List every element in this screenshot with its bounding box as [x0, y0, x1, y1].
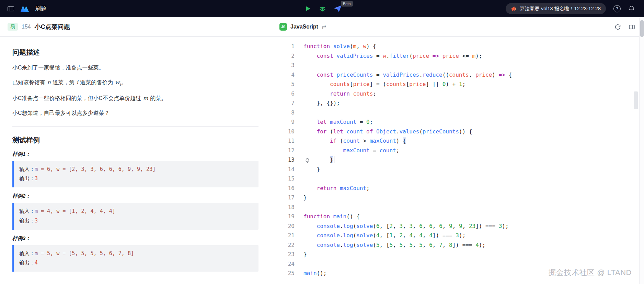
debug-button[interactable] [319, 5, 326, 12]
megaphone-icon [511, 6, 517, 12]
help-icon: ? [613, 5, 621, 12]
code-line-content: } [295, 165, 644, 174]
code-line-content: function main() { [295, 212, 644, 221]
code-line[interactable]: 21 console.log(solve(4, [1, 2, 4, 4, 4])… [271, 231, 644, 240]
app-title: 刷题 [35, 5, 46, 12]
sample-input-row: 输入：m = 5, w = [5, 5, 5, 5, 6, 7, 8] [19, 249, 253, 259]
line-number: 24 [271, 259, 295, 269]
split-layout-icon [629, 24, 635, 30]
line-number: 9 [271, 117, 295, 127]
layout-button[interactable] [629, 24, 635, 30]
sample-input-row: 输入：m = 4, w = [1, 2, 4, 4, 4] [19, 207, 253, 216]
line-number: 15 [271, 174, 295, 184]
run-button[interactable] [304, 5, 311, 12]
code-line-content: }, {}); [295, 98, 644, 108]
line-number: 19 [271, 212, 295, 221]
code-line[interactable]: 11 if (count > maxCount) { [271, 136, 644, 146]
code-line[interactable]: 5 counts[price] = (counts[price] || 0) +… [271, 79, 644, 89]
code-line[interactable]: 9 let maxCount = 0; [271, 117, 644, 127]
code-line-content [295, 203, 644, 212]
code-line-content [295, 174, 644, 184]
line-number: 12 [271, 146, 295, 155]
code-line-content: } [295, 155, 644, 165]
sample-block: 输入：m = 6, w = [2, 3, 3, 6, 6, 6, 9, 9, 2… [12, 161, 258, 188]
code-editor[interactable]: 1function solve(m, w) {2 const validPric… [271, 37, 644, 278]
reset-code-button[interactable] [614, 24, 621, 30]
code-line[interactable]: 4 const priceCounts = validPrices.reduce… [271, 70, 644, 80]
difficulty-badge: 易 [8, 23, 18, 31]
watermark: 掘金技术社区 @ LTAND [549, 267, 632, 278]
code-line[interactable]: 15 [271, 174, 644, 184]
math-var: m [143, 95, 149, 101]
code-line[interactable]: 23} [271, 250, 644, 259]
code-line[interactable]: 13 } [271, 155, 644, 165]
play-icon [304, 5, 311, 12]
code-line[interactable]: 2 const validPrices = w.filter(price => … [271, 51, 644, 61]
section-divider [12, 126, 258, 127]
sample-output-row: 输出：3 [19, 216, 253, 226]
line-number: 2 [271, 51, 295, 61]
language-label: JavaScript [290, 24, 318, 30]
javascript-icon: JS [279, 23, 287, 31]
notifications-button[interactable] [628, 5, 635, 12]
code-line-content: } [295, 193, 644, 203]
code-line[interactable]: 19function main() { [271, 212, 644, 221]
code-line[interactable]: 18 [271, 203, 644, 212]
code-line[interactable]: 8 [271, 108, 644, 118]
problem-id: 154 [22, 24, 31, 30]
sample-output-row: 输出：4 [19, 258, 253, 268]
code-line[interactable]: 1function solve(m, w) { [271, 42, 644, 51]
code-line[interactable]: 7 }, {}); [271, 98, 644, 108]
code-line-content: console.log(solve(6, [2, 3, 3, 6, 6, 6, … [295, 221, 644, 231]
topbar: 刷题 [0, 0, 644, 17]
code-line[interactable]: 24 [271, 259, 644, 269]
code-lines: 1function solve(m, w) {2 const validPric… [271, 42, 644, 278]
description-heading: 问题描述 [12, 48, 258, 57]
code-line[interactable]: 14 } [271, 165, 644, 174]
page-scrollbar-thumb[interactable] [640, 20, 644, 37]
problem-paragraph: 已知该餐馆有 n 道菜，第 i 道菜的售价为 wi。 [12, 78, 258, 88]
problem-paragraph: 小C想知道，自己最多可以点多少道菜？ [12, 109, 258, 118]
math-var: n [47, 79, 51, 86]
contest-banner-text: 算法竞赛 vol13 报名啦！12.23-12.28 [520, 6, 601, 12]
sample-output-value: 4 [35, 260, 38, 266]
code-line-content: console.log(solve(4, [1, 2, 4, 4, 4]) ==… [295, 231, 644, 240]
code-line[interactable]: 10 for (let count of Object.values(price… [271, 127, 644, 136]
sample-input-value: m = 5, w = [5, 5, 5, 5, 6, 7, 8] [35, 250, 134, 256]
sidebar-toggle-button[interactable] [8, 6, 14, 11]
sample-output-label: 输出： [19, 218, 35, 224]
code-line-content: const priceCounts = validPrices.reduce((… [295, 70, 644, 80]
code-line[interactable]: 6 return counts; [271, 89, 644, 99]
app-logo-icon[interactable] [20, 4, 30, 13]
sample-input-label: 输入： [19, 208, 35, 214]
line-number: 21 [271, 231, 295, 240]
code-line-content [295, 61, 644, 70]
problem-panel: 易 154 小C点菜问题 问题描述 小C来到了一家餐馆，准备点一些菜。已知该餐馆… [0, 17, 271, 284]
sample-label: 样例1： [12, 151, 258, 157]
code-line[interactable]: 17} [271, 193, 644, 203]
code-line[interactable]: 20 console.log(solve(6, [2, 3, 3, 6, 6, … [271, 221, 644, 231]
contest-banner[interactable]: 算法竞赛 vol13 报名啦！12.23-12.28 [506, 3, 606, 14]
line-number: 20 [271, 221, 295, 231]
sample-label: 样例2： [12, 193, 258, 199]
line-number: 10 [271, 127, 295, 136]
code-line-content: function solve(m, w) { [295, 42, 644, 51]
language-switch-icon[interactable]: ⇄ [322, 24, 326, 30]
code-line-content: let maxCount = 0; [295, 117, 644, 127]
page-scrollbar[interactable] [639, 17, 644, 284]
sample-output-label: 输出： [19, 175, 35, 182]
editor-scrollbar[interactable] [634, 91, 638, 109]
samples: 样例1：输入：m = 6, w = [2, 3, 3, 6, 6, 6, 9, … [12, 151, 258, 272]
line-number: 22 [271, 240, 295, 250]
code-line[interactable]: 16 return maxCount; [271, 184, 644, 193]
code-line-content: return counts; [295, 89, 644, 99]
problem-title: 小C点菜问题 [35, 23, 70, 31]
code-line-content: maxCount = count; [295, 146, 644, 155]
code-line[interactable]: 22 console.log(solve(5, [5, 5, 5, 5, 6, … [271, 240, 644, 250]
code-line[interactable]: 12 maxCount = count; [271, 146, 644, 155]
problem-paragraph: 小C准备点一些价格相同的菜，但小C不会点单价超过 m 的菜。 [12, 94, 258, 103]
line-number: 23 [271, 250, 295, 259]
help-button[interactable]: ? [613, 5, 621, 12]
code-line-content [295, 108, 644, 118]
code-line[interactable]: 3 [271, 61, 644, 70]
